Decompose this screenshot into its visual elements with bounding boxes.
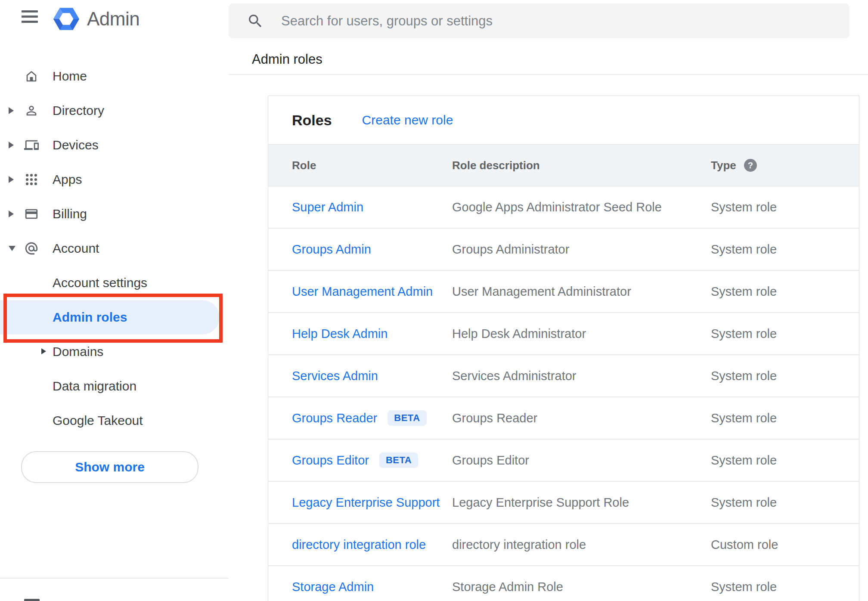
table-row: directory integration role directory int… xyxy=(268,524,859,566)
admin-console: Admin Home Directory Devices Apps Billin… xyxy=(0,0,868,601)
role-type: System role xyxy=(711,327,859,341)
role-link[interactable]: directory integration role xyxy=(292,538,426,552)
table-row: Help Desk Admin Help Desk Administrator … xyxy=(268,313,859,355)
beta-badge: BETA xyxy=(388,410,426,426)
table-row: Services Admin Services Administrator Sy… xyxy=(268,355,859,397)
panel-title: Roles xyxy=(292,112,332,129)
role-description: Services Administrator xyxy=(452,369,711,383)
role-description: User Management Administrator xyxy=(452,285,711,299)
role-description: Groups Reader xyxy=(452,411,711,425)
chevron-right-icon xyxy=(9,176,24,183)
table-row: Groups Reader BETA Groups Reader System … xyxy=(268,397,859,440)
search-icon xyxy=(247,12,264,30)
apps-icon xyxy=(24,172,39,187)
roles-panel-header: Roles Create new role xyxy=(268,96,859,144)
sidebar-item-admin-roles[interactable]: Admin roles xyxy=(0,300,220,335)
chevron-down-icon xyxy=(9,246,24,251)
search-bar[interactable] xyxy=(229,3,849,38)
table-row: User Management Admin User Management Ad… xyxy=(268,271,859,313)
role-link[interactable]: Legacy Enterprise Support xyxy=(292,496,440,510)
role-type: System role xyxy=(711,411,859,425)
home-icon xyxy=(24,69,39,84)
sidebar-item-billing[interactable]: Billing xyxy=(0,197,229,231)
role-link[interactable]: Groups Editor xyxy=(292,453,369,468)
sidebar-item-account-settings[interactable]: Account settings xyxy=(0,266,229,300)
sidebar-item-account[interactable]: Account xyxy=(0,231,229,266)
sidebar-item-data-migration[interactable]: Data migration xyxy=(0,369,229,403)
table-row: Legacy Enterprise Support Legacy Enterpr… xyxy=(268,482,859,524)
column-header-type: Type ? xyxy=(711,159,859,172)
chevron-right-icon xyxy=(9,211,24,217)
role-description: Google Apps Administrator Seed Role xyxy=(452,200,711,214)
role-type: System role xyxy=(711,200,859,214)
at-icon xyxy=(24,241,39,256)
create-new-role-link[interactable]: Create new role xyxy=(362,113,453,127)
chevron-right-icon xyxy=(9,107,24,114)
role-link[interactable]: Storage Admin xyxy=(292,580,374,594)
table-header-row: Role Role description Type ? xyxy=(268,144,859,186)
sidebar-item-apps[interactable]: Apps xyxy=(0,162,229,197)
sidebar-item-home[interactable]: Home xyxy=(0,59,229,93)
chevron-right-icon xyxy=(41,348,46,354)
column-header-role: Role xyxy=(292,159,452,172)
role-link[interactable]: Super Admin xyxy=(292,200,363,214)
column-header-description: Role description xyxy=(452,159,711,172)
admin-hexagon-logo-icon xyxy=(53,6,79,32)
table-row: Groups Editor BETA Groups Editor System … xyxy=(268,440,859,482)
role-type: System role xyxy=(711,285,859,299)
sidebar: Admin Home Directory Devices Apps Billin… xyxy=(0,0,229,601)
beta-badge: BETA xyxy=(379,452,418,468)
partial-clipped-icon xyxy=(24,599,40,601)
table-row: Groups Admin Groups Administrator System… xyxy=(268,229,859,271)
role-link[interactable]: User Management Admin xyxy=(292,285,433,299)
role-description: Legacy Enterprise Support Role xyxy=(452,496,711,510)
role-description: directory integration role xyxy=(452,538,711,552)
table-body: Super Admin Google Apps Administrator Se… xyxy=(268,186,859,601)
role-type: System role xyxy=(711,580,859,594)
role-link[interactable]: Groups Admin xyxy=(292,242,371,257)
role-description: Help Desk Administrator xyxy=(452,327,711,341)
sidebar-header: Admin xyxy=(0,0,229,43)
sidebar-item-devices[interactable]: Devices xyxy=(0,128,229,162)
help-icon[interactable]: ? xyxy=(744,159,757,172)
role-description: Groups Editor xyxy=(452,453,711,468)
sidebar-item-domains[interactable]: Domains xyxy=(0,335,229,369)
header-divider xyxy=(229,74,868,75)
sidebar-item-directory[interactable]: Directory xyxy=(0,93,229,128)
role-link[interactable]: Help Desk Admin xyxy=(292,327,388,341)
chevron-right-icon xyxy=(9,142,24,149)
table-row: Storage Admin Storage Admin Role System … xyxy=(268,566,859,601)
role-type: System role xyxy=(711,496,859,510)
role-link[interactable]: Services Admin xyxy=(292,369,378,383)
role-type: System role xyxy=(711,369,859,383)
search-input[interactable] xyxy=(280,13,799,29)
role-description: Groups Administrator xyxy=(452,242,711,257)
sidebar-divider xyxy=(0,578,229,579)
billing-icon xyxy=(24,207,39,221)
breadcrumb: Admin roles xyxy=(252,52,322,67)
roles-panel: Roles Create new role Role Role descript… xyxy=(268,96,859,601)
show-more-button[interactable]: Show more xyxy=(21,451,198,483)
role-type: System role xyxy=(711,242,859,257)
show-more-label: Show more xyxy=(75,460,145,474)
sidebar-nav: Home Directory Devices Apps Billing Acco… xyxy=(0,59,229,438)
admin-logo: Admin xyxy=(53,6,140,32)
role-type: System role xyxy=(711,453,859,468)
sidebar-item-google-takeout[interactable]: Google Takeout xyxy=(0,403,229,438)
role-description: Storage Admin Role xyxy=(452,580,711,594)
person-icon xyxy=(24,103,39,118)
devices-icon xyxy=(24,138,39,152)
table-row: Super Admin Google Apps Administrator Se… xyxy=(268,186,859,229)
app-title: Admin xyxy=(87,8,140,30)
role-link[interactable]: Groups Reader xyxy=(292,411,377,425)
menu-icon[interactable] xyxy=(22,10,38,25)
role-type: Custom role xyxy=(711,538,859,552)
